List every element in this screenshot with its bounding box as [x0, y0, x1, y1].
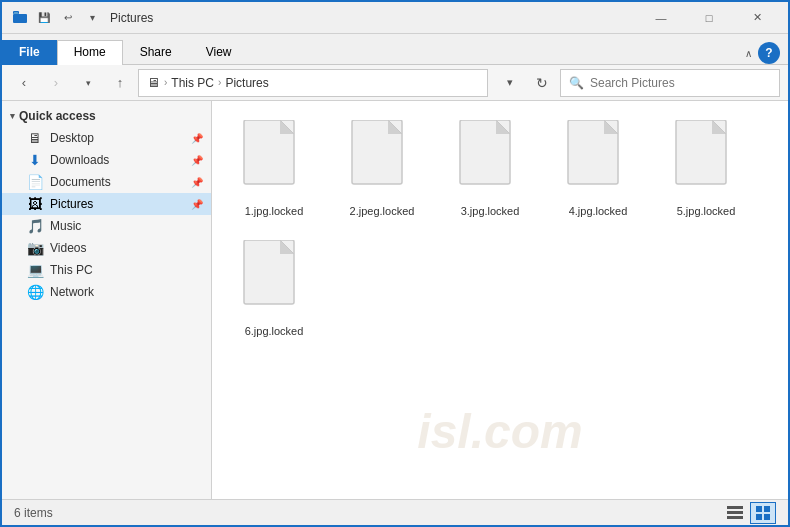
maximize-button[interactable]: □ [686, 2, 732, 34]
address-bar: ‹ › ▾ ↑ 🖥 › This PC › Pictures ▾ ↻ 🔍 [2, 65, 788, 101]
svg-rect-21 [727, 506, 743, 509]
svg-rect-22 [727, 511, 743, 514]
watermark: isl.com [417, 404, 582, 459]
ribbon-tab-bar: File Home Share View ∧ ? [2, 34, 788, 64]
tab-file[interactable]: File [2, 40, 57, 65]
file-name: 4.jpg.locked [569, 204, 628, 218]
quick-access-chevron: ▾ [10, 111, 15, 121]
search-input[interactable] [590, 76, 771, 90]
path-separator-1: › [164, 77, 167, 88]
file-name: 3.jpg.locked [461, 204, 520, 218]
sidebar-item-pictures[interactable]: 🖼 Pictures 📌 [2, 193, 211, 215]
this-pc-icon: 💻 [26, 262, 44, 278]
window-controls: — □ ✕ [638, 2, 780, 34]
network-icon: 🌐 [26, 284, 44, 300]
title-bar: 💾 ↩ ▾ Pictures — □ ✕ [2, 2, 788, 34]
downloads-pin-icon: 📌 [191, 155, 203, 166]
up-button[interactable]: ↑ [106, 69, 134, 97]
desktop-pin-icon: 📌 [191, 133, 203, 144]
downloads-label: Downloads [50, 153, 187, 167]
documents-pin-icon: 📌 [191, 177, 203, 188]
ribbon: File Home Share View ∧ ? [2, 34, 788, 65]
quick-access-toolbar: 💾 ↩ ▾ [10, 8, 102, 28]
svg-rect-24 [756, 506, 762, 512]
file-item[interactable]: 1.jpg.locked [224, 113, 324, 225]
file-icon [346, 120, 418, 200]
pictures-label: Pictures [50, 197, 187, 211]
sidebar-item-network[interactable]: 🌐 Network [2, 281, 211, 303]
music-label: Music [50, 219, 203, 233]
tab-view[interactable]: View [189, 40, 249, 65]
svg-rect-25 [764, 506, 770, 512]
file-icon [454, 120, 526, 200]
sidebar-item-this-pc[interactable]: 💻 This PC [2, 259, 211, 281]
tab-home[interactable]: Home [57, 40, 123, 65]
videos-icon: 📷 [26, 240, 44, 256]
ribbon-right-controls: ∧ ? [737, 42, 788, 64]
network-label: Network [50, 285, 203, 299]
desktop-icon: 🖥 [26, 130, 44, 146]
main-area: ▾ Quick access 🖥 Desktop 📌 ⬇ Downloads 📌… [2, 101, 788, 499]
file-name: 6.jpg.locked [245, 324, 304, 338]
pictures-icon: 🖼 [26, 196, 44, 212]
quick-access-label: Quick access [19, 109, 96, 123]
file-item[interactable]: 5.jpg.locked [656, 113, 756, 225]
save-quick-btn[interactable]: 💾 [34, 8, 54, 28]
path-this-pc[interactable]: This PC [171, 76, 214, 90]
file-item[interactable]: 3.jpg.locked [440, 113, 540, 225]
ribbon-collapse-chevron[interactable]: ∧ [745, 48, 752, 59]
item-count: 6 items [14, 506, 722, 520]
sidebar-section-quick-access[interactable]: ▾ Quick access [2, 105, 211, 127]
this-pc-label: This PC [50, 263, 203, 277]
help-button[interactable]: ? [758, 42, 780, 64]
sidebar-item-music[interactable]: 🎵 Music [2, 215, 211, 237]
close-button[interactable]: ✕ [734, 2, 780, 34]
music-icon: 🎵 [26, 218, 44, 234]
file-item[interactable]: 2.jpeg.locked [332, 113, 432, 225]
titlebar-folder-icon [10, 8, 30, 28]
documents-icon: 📄 [26, 174, 44, 190]
tab-share[interactable]: Share [123, 40, 189, 65]
recent-locations-button[interactable]: ▾ [74, 69, 102, 97]
titlebar-dropdown[interactable]: ▾ [82, 8, 102, 28]
desktop-label: Desktop [50, 131, 187, 145]
tiles-view-button[interactable] [750, 502, 776, 524]
file-icon [562, 120, 634, 200]
sidebar-item-videos[interactable]: 📷 Videos [2, 237, 211, 259]
path-separator-2: › [218, 77, 221, 88]
svg-rect-2 [14, 12, 18, 14]
list-view-button[interactable] [722, 502, 748, 524]
file-icon [238, 240, 310, 320]
path-folder-icon: 🖥 [147, 75, 160, 90]
sidebar-item-desktop[interactable]: 🖥 Desktop 📌 [2, 127, 211, 149]
file-item[interactable]: 6.jpg.locked [224, 233, 324, 345]
svg-rect-26 [756, 514, 762, 520]
downloads-icon: ⬇ [26, 152, 44, 168]
path-pictures[interactable]: Pictures [225, 76, 268, 90]
search-box[interactable]: 🔍 [560, 69, 780, 97]
back-button[interactable]: ‹ [10, 69, 38, 97]
refresh-button[interactable]: ↻ [528, 69, 556, 97]
file-name: 2.jpeg.locked [350, 204, 415, 218]
window-title: Pictures [110, 11, 638, 25]
sidebar: ▾ Quick access 🖥 Desktop 📌 ⬇ Downloads 📌… [2, 101, 212, 499]
address-path-bar[interactable]: 🖥 › This PC › Pictures [138, 69, 488, 97]
file-icon [670, 120, 742, 200]
sidebar-item-documents[interactable]: 📄 Documents 📌 [2, 171, 211, 193]
sidebar-item-downloads[interactable]: ⬇ Downloads 📌 [2, 149, 211, 171]
file-name: 5.jpg.locked [677, 204, 736, 218]
pictures-pin-icon: 📌 [191, 199, 203, 210]
path-dropdown-button[interactable]: ▾ [496, 69, 524, 97]
undo-quick-btn[interactable]: ↩ [58, 8, 78, 28]
forward-button[interactable]: › [42, 69, 70, 97]
minimize-button[interactable]: — [638, 2, 684, 34]
view-buttons [722, 502, 776, 524]
file-icon [238, 120, 310, 200]
search-icon: 🔍 [569, 76, 584, 90]
file-item[interactable]: 4.jpg.locked [548, 113, 648, 225]
svg-rect-27 [764, 514, 770, 520]
file-name: 1.jpg.locked [245, 204, 304, 218]
svg-rect-1 [13, 14, 27, 23]
file-explorer-window: 💾 ↩ ▾ Pictures — □ ✕ File Home Share Vie… [0, 0, 790, 527]
documents-label: Documents [50, 175, 187, 189]
